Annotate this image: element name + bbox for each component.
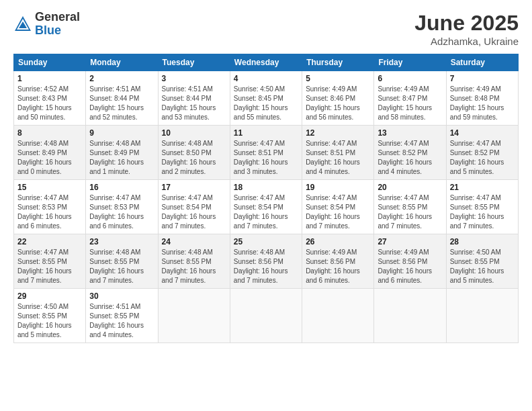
calendar-cell: 14Sunrise: 4:47 AM Sunset: 8:52 PM Dayli…	[446, 126, 518, 180]
calendar-cell: 18Sunrise: 4:47 AM Sunset: 8:54 PM Dayli…	[230, 180, 302, 234]
calendar-cell	[302, 289, 374, 343]
calendar-cell: 27Sunrise: 4:49 AM Sunset: 8:56 PM Dayli…	[374, 234, 446, 289]
day-number: 1	[17, 74, 82, 83]
logo-text: General Blue	[35, 11, 80, 38]
logo-icon	[13, 15, 32, 34]
calendar-cell: 24Sunrise: 4:48 AM Sunset: 8:55 PM Dayli…	[158, 234, 230, 289]
calendar-header: SundayMondayTuesdayWednesdayThursdayFrid…	[14, 54, 519, 71]
page: General Blue June 2025 Adzhamka, Ukraine…	[0, 0, 532, 411]
header-cell-saturday: Saturday	[446, 54, 518, 71]
day-info: Sunrise: 4:48 AM Sunset: 8:49 PM Dayligh…	[89, 139, 154, 177]
day-info: Sunrise: 4:49 AM Sunset: 8:48 PM Dayligh…	[450, 85, 515, 122]
calendar-cell: 15Sunrise: 4:47 AM Sunset: 8:53 PM Dayli…	[14, 180, 86, 234]
calendar-cell: 22Sunrise: 4:47 AM Sunset: 8:55 PM Dayli…	[14, 234, 86, 289]
calendar-cell: 4Sunrise: 4:50 AM Sunset: 8:45 PM Daylig…	[230, 71, 302, 126]
day-info: Sunrise: 4:52 AM Sunset: 8:43 PM Dayligh…	[17, 85, 82, 122]
day-info: Sunrise: 4:47 AM Sunset: 8:53 PM Dayligh…	[17, 193, 82, 231]
day-info: Sunrise: 4:48 AM Sunset: 8:56 PM Dayligh…	[234, 248, 298, 285]
calendar-cell: 17Sunrise: 4:47 AM Sunset: 8:54 PM Dayli…	[158, 180, 230, 234]
day-number: 22	[17, 237, 82, 246]
week-row-1: 1Sunrise: 4:52 AM Sunset: 8:43 PM Daylig…	[14, 71, 519, 126]
day-number: 14	[450, 128, 515, 138]
week-row-3: 15Sunrise: 4:47 AM Sunset: 8:53 PM Dayli…	[14, 180, 519, 234]
calendar-cell: 13Sunrise: 4:47 AM Sunset: 8:52 PM Dayli…	[374, 126, 446, 180]
day-info: Sunrise: 4:48 AM Sunset: 8:55 PM Dayligh…	[162, 248, 226, 285]
calendar-cell: 29Sunrise: 4:50 AM Sunset: 8:55 PM Dayli…	[14, 289, 86, 343]
day-info: Sunrise: 4:48 AM Sunset: 8:50 PM Dayligh…	[162, 139, 226, 177]
calendar-cell: 19Sunrise: 4:47 AM Sunset: 8:54 PM Dayli…	[302, 180, 374, 234]
day-number: 27	[378, 237, 442, 246]
day-info: Sunrise: 4:49 AM Sunset: 8:56 PM Dayligh…	[306, 248, 370, 285]
calendar-cell: 10Sunrise: 4:48 AM Sunset: 8:50 PM Dayli…	[158, 126, 230, 180]
calendar-cell: 21Sunrise: 4:47 AM Sunset: 8:55 PM Dayli…	[446, 180, 518, 234]
day-info: Sunrise: 4:47 AM Sunset: 8:52 PM Dayligh…	[450, 139, 515, 177]
calendar-cell	[374, 289, 446, 343]
calendar-cell: 26Sunrise: 4:49 AM Sunset: 8:56 PM Dayli…	[302, 234, 374, 289]
day-info: Sunrise: 4:47 AM Sunset: 8:53 PM Dayligh…	[89, 193, 154, 231]
calendar-body: 1Sunrise: 4:52 AM Sunset: 8:43 PM Daylig…	[14, 71, 519, 343]
day-info: Sunrise: 4:49 AM Sunset: 8:56 PM Dayligh…	[378, 248, 442, 285]
calendar-cell: 1Sunrise: 4:52 AM Sunset: 8:43 PM Daylig…	[14, 71, 86, 126]
day-info: Sunrise: 4:47 AM Sunset: 8:55 PM Dayligh…	[450, 193, 515, 231]
calendar-cell	[158, 289, 230, 343]
day-info: Sunrise: 4:48 AM Sunset: 8:55 PM Dayligh…	[89, 248, 154, 285]
day-number: 11	[234, 128, 298, 138]
location-title: Adzhamka, Ukraine	[414, 36, 519, 47]
month-title: June 2025	[414, 11, 519, 36]
calendar-cell: 28Sunrise: 4:50 AM Sunset: 8:55 PM Dayli…	[446, 234, 518, 289]
day-number: 25	[234, 237, 298, 246]
calendar-cell: 25Sunrise: 4:48 AM Sunset: 8:56 PM Dayli…	[230, 234, 302, 289]
day-info: Sunrise: 4:50 AM Sunset: 8:55 PM Dayligh…	[450, 248, 515, 285]
day-number: 21	[450, 183, 515, 192]
day-number: 29	[17, 291, 82, 301]
day-number: 23	[89, 237, 154, 246]
calendar-cell: 12Sunrise: 4:47 AM Sunset: 8:51 PM Dayli…	[302, 126, 374, 180]
day-number: 12	[306, 128, 370, 138]
header-cell-thursday: Thursday	[302, 54, 374, 71]
calendar-cell	[446, 289, 518, 343]
week-row-4: 22Sunrise: 4:47 AM Sunset: 8:55 PM Dayli…	[14, 234, 519, 289]
day-number: 15	[17, 183, 82, 192]
calendar-cell: 6Sunrise: 4:49 AM Sunset: 8:47 PM Daylig…	[374, 71, 446, 126]
header-row: SundayMondayTuesdayWednesdayThursdayFrid…	[14, 54, 519, 71]
day-number: 13	[378, 128, 442, 138]
header-cell-monday: Monday	[86, 54, 158, 71]
day-number: 5	[306, 74, 370, 83]
week-row-2: 8Sunrise: 4:48 AM Sunset: 8:49 PM Daylig…	[14, 126, 519, 180]
day-number: 3	[162, 74, 226, 83]
logo-blue: Blue	[35, 24, 80, 38]
day-number: 18	[234, 183, 298, 192]
calendar-cell: 7Sunrise: 4:49 AM Sunset: 8:48 PM Daylig…	[446, 71, 518, 126]
day-info: Sunrise: 4:47 AM Sunset: 8:54 PM Dayligh…	[234, 193, 298, 231]
calendar-cell: 11Sunrise: 4:47 AM Sunset: 8:51 PM Dayli…	[230, 126, 302, 180]
calendar-cell: 5Sunrise: 4:49 AM Sunset: 8:46 PM Daylig…	[302, 71, 374, 126]
day-info: Sunrise: 4:47 AM Sunset: 8:52 PM Dayligh…	[378, 139, 442, 177]
day-info: Sunrise: 4:49 AM Sunset: 8:47 PM Dayligh…	[378, 85, 442, 122]
title-block: June 2025 Adzhamka, Ukraine	[414, 11, 519, 47]
day-info: Sunrise: 4:51 AM Sunset: 8:44 PM Dayligh…	[89, 85, 154, 122]
logo-general: General	[35, 11, 80, 24]
day-info: Sunrise: 4:51 AM Sunset: 8:55 PM Dayligh…	[89, 302, 154, 340]
header-cell-tuesday: Tuesday	[158, 54, 230, 71]
week-row-5: 29Sunrise: 4:50 AM Sunset: 8:55 PM Dayli…	[14, 289, 519, 343]
header-cell-sunday: Sunday	[14, 54, 86, 71]
day-info: Sunrise: 4:47 AM Sunset: 8:55 PM Dayligh…	[378, 193, 442, 231]
calendar-cell: 2Sunrise: 4:51 AM Sunset: 8:44 PM Daylig…	[86, 71, 158, 126]
calendar-cell: 30Sunrise: 4:51 AM Sunset: 8:55 PM Dayli…	[86, 289, 158, 343]
calendar-cell: 23Sunrise: 4:48 AM Sunset: 8:55 PM Dayli…	[86, 234, 158, 289]
day-number: 17	[162, 183, 226, 192]
day-info: Sunrise: 4:47 AM Sunset: 8:51 PM Dayligh…	[306, 139, 370, 177]
day-number: 4	[234, 74, 298, 83]
day-number: 30	[89, 291, 154, 301]
calendar-cell: 16Sunrise: 4:47 AM Sunset: 8:53 PM Dayli…	[86, 180, 158, 234]
calendar-cell: 9Sunrise: 4:48 AM Sunset: 8:49 PM Daylig…	[86, 126, 158, 180]
day-number: 6	[378, 74, 442, 83]
day-number: 28	[450, 237, 515, 246]
calendar-table: SundayMondayTuesdayWednesdayThursdayFrid…	[13, 54, 519, 343]
day-info: Sunrise: 4:47 AM Sunset: 8:54 PM Dayligh…	[306, 193, 370, 231]
day-info: Sunrise: 4:47 AM Sunset: 8:51 PM Dayligh…	[234, 139, 298, 177]
day-number: 26	[306, 237, 370, 246]
day-number: 20	[378, 183, 442, 192]
day-info: Sunrise: 4:50 AM Sunset: 8:45 PM Dayligh…	[234, 85, 298, 122]
header: General Blue June 2025 Adzhamka, Ukraine	[13, 11, 519, 47]
